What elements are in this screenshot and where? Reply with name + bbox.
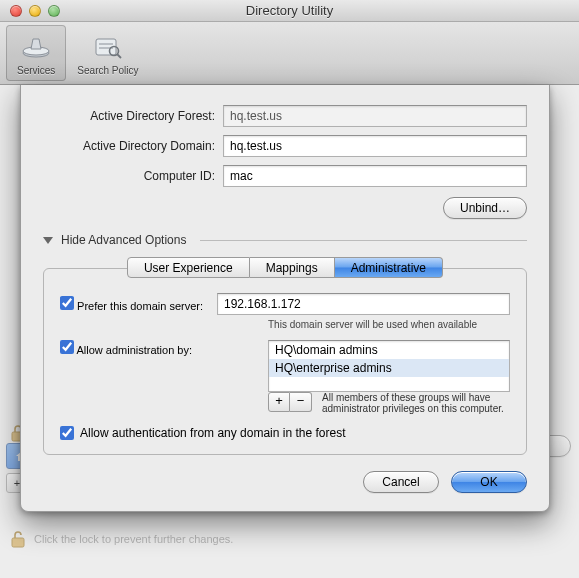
tab-user-experience[interactable]: User Experience bbox=[127, 257, 250, 278]
computer-row: Computer ID: bbox=[43, 165, 527, 187]
plus-minus-buttons: + − bbox=[268, 392, 312, 412]
allow-admin-checkbox[interactable] bbox=[60, 340, 74, 354]
remove-group-button[interactable]: − bbox=[290, 392, 312, 412]
allow-auth-checkbox[interactable] bbox=[60, 426, 74, 440]
add-group-button[interactable]: + bbox=[268, 392, 290, 412]
toolbar-search-policy[interactable]: Search Policy bbox=[66, 25, 149, 81]
admin-list-controls: + − All members of these groups will hav… bbox=[268, 392, 510, 414]
svg-line-6 bbox=[117, 54, 121, 58]
allow-auth-label: Allow authentication from any domain in … bbox=[80, 426, 345, 440]
advanced-disclosure[interactable]: Hide Advanced Options bbox=[43, 233, 527, 247]
prefer-ds-checkbox[interactable] bbox=[60, 296, 74, 310]
tab-administrative[interactable]: Administrative bbox=[335, 257, 443, 278]
computer-label: Computer ID: bbox=[43, 169, 223, 183]
titlebar: Directory Utility bbox=[0, 0, 579, 22]
svg-rect-8 bbox=[12, 538, 24, 547]
directory-utility-window: Directory Utility Services bbox=[0, 0, 579, 578]
disclosure-label: Hide Advanced Options bbox=[61, 233, 186, 247]
toolbar-search-policy-label: Search Policy bbox=[77, 65, 138, 76]
toolbar-services-label: Services bbox=[17, 65, 55, 76]
toolbar-services[interactable]: Services bbox=[6, 25, 66, 81]
services-icon bbox=[20, 31, 52, 63]
prefer-ds-help: This domain server will be used when ava… bbox=[268, 319, 510, 330]
domain-row: Active Directory Domain: bbox=[43, 135, 527, 157]
sheet-buttons: Cancel OK bbox=[43, 471, 527, 493]
prefer-ds-row: Prefer this domain server: bbox=[60, 293, 510, 315]
lock-open-icon bbox=[10, 530, 26, 548]
list-item[interactable]: HQ\domain admins bbox=[269, 341, 509, 359]
advanced-tabs: User Experience Mappings Administrative bbox=[43, 257, 527, 278]
forest-label: Active Directory Forest: bbox=[43, 109, 223, 123]
window-title: Directory Utility bbox=[0, 3, 579, 18]
allow-admin-label: Allow administration by: bbox=[76, 344, 192, 356]
toolbar: Services Search Policy bbox=[0, 22, 579, 85]
prefer-ds-field[interactable] bbox=[217, 293, 510, 315]
search-policy-icon bbox=[92, 31, 124, 63]
admin-note: All members of these groups will have ad… bbox=[322, 392, 510, 414]
disclosure-triangle-icon bbox=[43, 237, 53, 244]
cancel-button[interactable]: Cancel bbox=[363, 471, 439, 493]
allow-admin-row: Allow administration by: HQ\domain admin… bbox=[60, 340, 510, 392]
domain-field[interactable] bbox=[223, 135, 527, 157]
administrative-pane: Prefer this domain server: This domain s… bbox=[43, 268, 527, 455]
domain-label: Active Directory Domain: bbox=[43, 139, 223, 153]
allow-auth-row: Allow authentication from any domain in … bbox=[60, 426, 510, 440]
ok-button[interactable]: OK bbox=[451, 471, 527, 493]
ad-config-sheet: Active Directory Forest: Active Director… bbox=[20, 85, 550, 512]
unbind-row: Unbind… bbox=[43, 197, 527, 219]
bg-lock-row-prevent: Click the lock to prevent further change… bbox=[10, 530, 233, 548]
divider bbox=[200, 240, 527, 241]
unbind-button[interactable]: Unbind… bbox=[443, 197, 527, 219]
forest-field bbox=[223, 105, 527, 127]
computer-field[interactable] bbox=[223, 165, 527, 187]
tab-mappings[interactable]: Mappings bbox=[250, 257, 335, 278]
admin-groups-list[interactable]: HQ\domain admins HQ\enterprise admins bbox=[268, 340, 510, 392]
forest-row: Active Directory Forest: bbox=[43, 105, 527, 127]
prefer-ds-label: Prefer this domain server: bbox=[77, 300, 203, 312]
list-item[interactable]: HQ\enterprise admins bbox=[269, 359, 509, 377]
